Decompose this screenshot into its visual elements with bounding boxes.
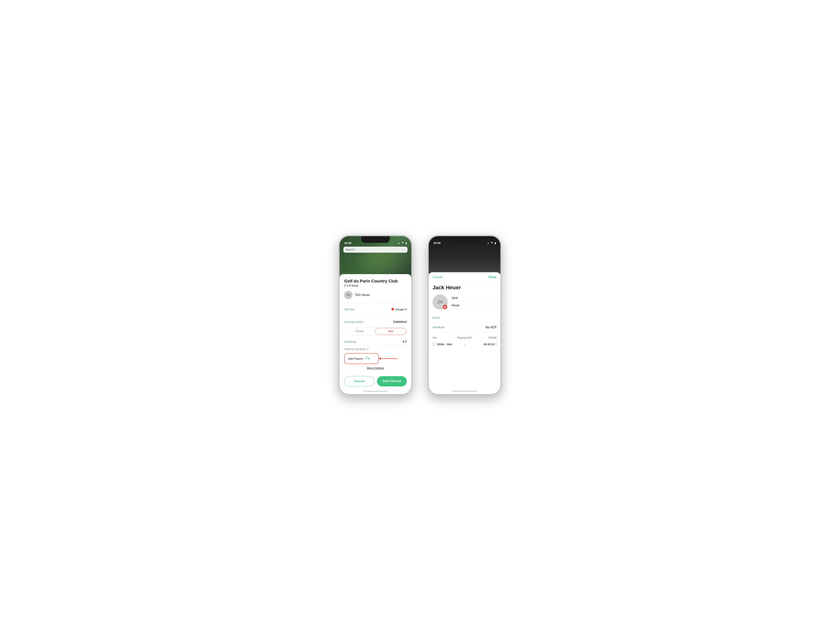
- home-indicator-1: [363, 391, 388, 392]
- cr-col-header: CR/SR: [475, 336, 497, 339]
- arrow-annotation: [379, 358, 398, 359]
- jh-initials: JH: [437, 299, 443, 305]
- home-indicator-2: [452, 391, 477, 392]
- divider-2: [344, 315, 407, 316]
- phone-1-screen: 10:00 ▲ ▮ Search: [339, 236, 411, 394]
- signal-icon: ▲: [398, 242, 400, 245]
- battery-icon: ▮: [406, 242, 407, 245]
- add-players-button[interactable]: Add Players: [344, 353, 379, 364]
- score-toggle[interactable]: Gross Net: [344, 328, 407, 336]
- notch-1: [361, 236, 390, 243]
- map-search-bar[interactable]: Search: [343, 247, 407, 253]
- wifi-icon: [401, 242, 404, 245]
- modal-done-button[interactable]: Done: [489, 275, 497, 279]
- handicap-row[interactable]: Handicap 4.0: [344, 338, 407, 345]
- hcp-cell: -: [454, 343, 475, 346]
- scoring-value: Stableford: [393, 320, 407, 324]
- status-time-1: 10:00: [344, 241, 351, 245]
- phone-1: 10:00 ▲ ▮ Search: [338, 235, 412, 395]
- phone-2-screen: 10:00 ▲ ▮ Cancel Done: [429, 236, 501, 394]
- course-subtitle: 2 x 9 trous: [344, 284, 407, 287]
- chevron-down-icon[interactable]: ▾: [496, 343, 497, 345]
- hcp-col-header: Playing HCP: [454, 336, 475, 339]
- course-title: Golf du Paris Country Club: [344, 279, 407, 283]
- signal-icon-2: ▲: [487, 242, 489, 244]
- radio-button[interactable]: [433, 343, 436, 346]
- status-icons-2: ▲ ▮: [487, 242, 496, 245]
- handicap-modal-label: Handicap: [433, 326, 444, 329]
- phone2-modal: Cancel Done Jack Heuer JH: [429, 272, 501, 394]
- add-player-icon: [365, 356, 370, 361]
- arrow-head: [379, 358, 381, 360]
- tee-table-row[interactable]: White - Men - 66.8/132 ▾: [433, 341, 497, 348]
- battery-icon-2: ▮: [494, 242, 496, 245]
- search-label: Search: [346, 248, 354, 251]
- svg-point-0: [366, 357, 368, 358]
- tee-table: Tee Playing HCP CR/SR White - Men -: [433, 335, 497, 348]
- red-dot-icon: [392, 308, 394, 310]
- playing-handicap-row: Playing handicap 4: [344, 345, 407, 353]
- add-players-section: Add Players: [344, 353, 407, 364]
- hcp-value: -: [464, 343, 465, 346]
- modal-body: Jack Heuer JH: [429, 282, 501, 351]
- name-fields: Jack Heuer: [452, 294, 497, 310]
- status-icons-1: ▲ ▮: [398, 242, 407, 245]
- gross-button[interactable]: Gross: [344, 328, 375, 335]
- svg-rect-4: [445, 306, 445, 307]
- player-row: TH TAG Heuer: [344, 291, 407, 299]
- wifi-icon-2: [490, 242, 493, 245]
- modal-top-bar: Cancel Done: [429, 272, 501, 282]
- tee-box-value: Rouge H: [392, 308, 407, 311]
- handicap-modal-value: No HCP: [485, 326, 497, 329]
- add-players-label: Add Players: [348, 357, 363, 360]
- playing-handicap-value: 4: [367, 347, 368, 351]
- phone-2: 10:00 ▲ ▮ Cancel Done: [428, 235, 502, 395]
- tee-name: White - Men: [437, 343, 452, 346]
- tee-table-header: Tee Playing HCP CR/SR: [433, 335, 497, 341]
- tee-col-header: Tee: [433, 336, 454, 339]
- net-button[interactable]: Net: [375, 328, 406, 335]
- avatar-section: JH Jack: [433, 294, 497, 310]
- last-name-field[interactable]: Heuer: [452, 302, 497, 309]
- arrow-line: [379, 358, 398, 359]
- modal-cancel-button[interactable]: Cancel: [433, 275, 442, 279]
- player-name: TAG Heuer: [355, 293, 370, 297]
- avatar-initials: TH: [347, 293, 350, 296]
- email-label: Email: [433, 316, 497, 319]
- status-bar-2: 10:00 ▲ ▮: [429, 236, 501, 246]
- svg-point-3: [445, 307, 445, 307]
- tee-box-row[interactable]: Tee Box Rouge H: [344, 306, 407, 313]
- status-time-2: 10:00: [433, 241, 441, 245]
- handicap-label: Handicap: [344, 340, 356, 343]
- scoring-label: Scoring system: [344, 320, 364, 323]
- scene: 10:00 ▲ ▮ Search: [338, 235, 502, 395]
- jh-avatar[interactable]: JH: [433, 294, 448, 310]
- camera-badge-icon[interactable]: [443, 305, 447, 309]
- tee-name-cell: White - Men: [433, 343, 454, 346]
- email-row[interactable]: Email: [433, 313, 497, 323]
- more-options-link[interactable]: More Options: [344, 366, 407, 370]
- scoring-row[interactable]: Scoring system Stableford: [344, 318, 407, 326]
- bottom-buttons: Cancel Start Round: [344, 376, 407, 386]
- first-name-field[interactable]: Jack: [452, 294, 497, 302]
- divider-1: [344, 303, 407, 303]
- cr-cell: 66.8/132 ▾: [475, 343, 497, 346]
- playing-handicap-label: Playing handicap: [344, 347, 366, 351]
- handicap-modal-row[interactable]: Handicap No HCP: [433, 323, 497, 332]
- cancel-button[interactable]: Cancel: [344, 376, 374, 386]
- tee-box-label: Tee Box: [344, 308, 354, 311]
- player-avatar: TH: [344, 291, 352, 299]
- cr-value: 66.8/132: [484, 343, 495, 346]
- handicap-value: 4.0: [403, 340, 407, 343]
- start-round-button[interactable]: Start Round: [377, 376, 407, 386]
- modal-player-name: Jack Heuer: [433, 285, 497, 291]
